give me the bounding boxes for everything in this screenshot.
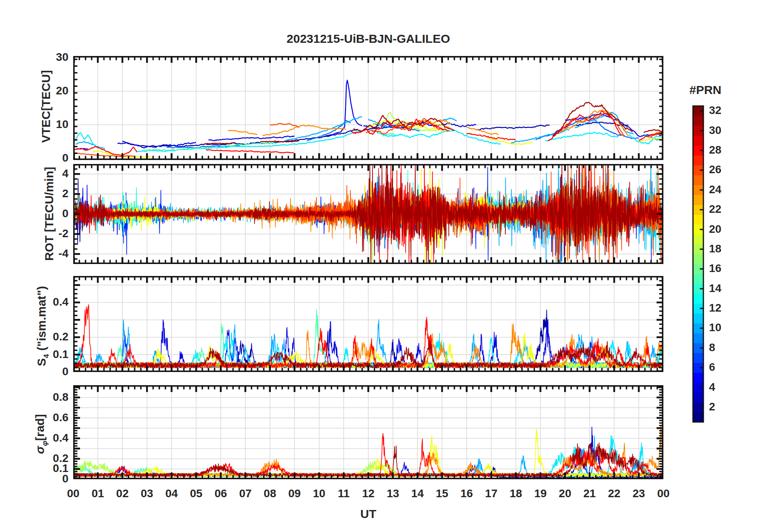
chart-title: 20231215-UiB-BJN-GALILEO (73, 32, 663, 46)
y-tick-label-vtec: 20 (24, 84, 68, 97)
colorbar-tick-label: 2 (709, 400, 737, 413)
y-tick-label-vtec: 0 (24, 152, 68, 164)
s4-axis-label: S4 ("ism.mat") (35, 276, 51, 376)
colorbar-tick-label: 30 (709, 124, 737, 137)
y-tick-label-rot: 2 (24, 187, 68, 200)
s4-panel-canvas (73, 276, 663, 372)
colorbar-tick-label: 12 (709, 302, 737, 314)
y-tick-label-rot: -4 (24, 247, 68, 260)
y-tick-label-vtec: 30 (24, 51, 68, 64)
y-tick-label-rot: 0 (24, 207, 68, 220)
colorbar-tick-label: 26 (709, 163, 737, 176)
y-tick-label-vtec: 10 (24, 118, 68, 131)
y-tick-label-sigma_phi: 0.8 (24, 391, 68, 404)
rot-panel-canvas (73, 164, 663, 264)
y-tick-label-sigma_phi: 0.6 (24, 411, 68, 424)
colorbar-tick-label: 6 (709, 361, 737, 374)
y-tick-label-sigma_phi: 0.4 (24, 432, 68, 444)
colorbar-tick-label: 28 (709, 144, 737, 156)
colorbar-title: #PRN (675, 83, 735, 97)
colorbar-tick-label: 14 (709, 282, 737, 295)
y-tick-label-s4: 0.1 (24, 348, 68, 361)
figure: 20231215-UiB-BJN-GALILEO VTEC[TECU] ROT … (0, 0, 761, 532)
colorbar-tick-label: 32 (709, 104, 737, 117)
y-tick-label-s4: 0.4 (24, 296, 68, 308)
colorbar-tick-label: 10 (709, 321, 737, 334)
colorbar-tick-label: 8 (709, 341, 737, 354)
colorbar-tick-label: 22 (709, 203, 737, 216)
y-tick-label-s4: 0.2 (24, 330, 68, 343)
y-tick-label-rot: 4 (24, 167, 68, 180)
x-tick-label: 00 (647, 487, 679, 500)
sigma-phi-panel-canvas (73, 385, 663, 479)
colorbar-tick-label: 20 (709, 223, 737, 236)
y-tick-label-s4: 0 (24, 365, 68, 378)
colorbar-tick-label: 4 (709, 381, 737, 394)
vtec-panel-canvas (73, 56, 663, 160)
colorbar-tick-label: 24 (709, 183, 737, 196)
colorbar-tick-label: 18 (709, 242, 737, 255)
x-axis-label: UT (73, 507, 663, 521)
y-tick-label-sigma_phi: 0 (24, 472, 68, 485)
colorbar-tick-label: 16 (709, 262, 737, 275)
y-tick-label-rot: -2 (24, 227, 68, 240)
